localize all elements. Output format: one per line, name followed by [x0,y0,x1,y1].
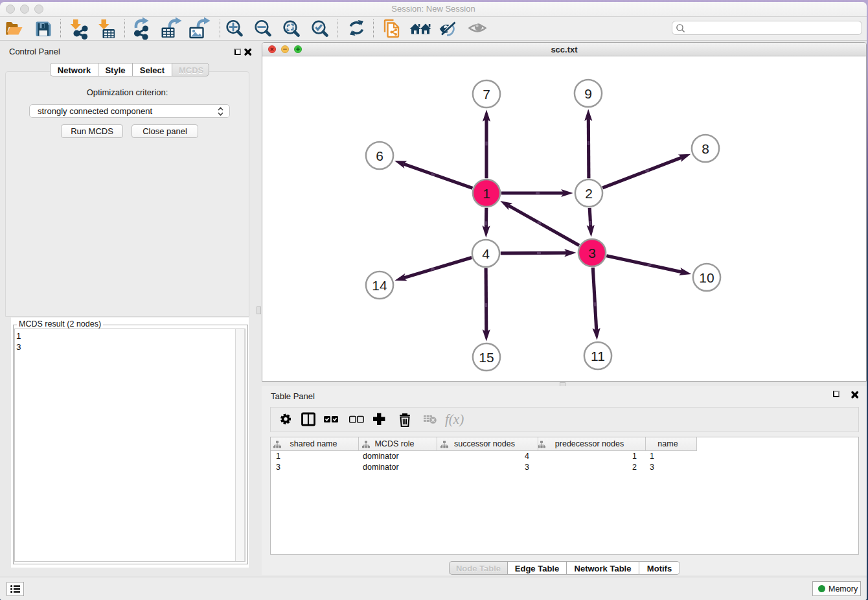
svg-text:11: 11 [591,349,605,363]
svg-text:10: 10 [699,270,714,285]
svg-text:f(x): f(x) [445,411,464,427]
svg-text:1: 1 [483,186,490,201]
svg-text:3: 3 [588,246,596,260]
svg-text:7: 7 [483,87,490,102]
svg-text:9: 9 [584,86,592,101]
svg-text:8: 8 [702,141,709,156]
svg-text:6: 6 [376,148,383,163]
svg-text:15: 15 [479,350,494,365]
svg-text:2: 2 [585,186,593,201]
svg-text:4: 4 [482,246,490,261]
svg-text:14: 14 [372,278,387,293]
